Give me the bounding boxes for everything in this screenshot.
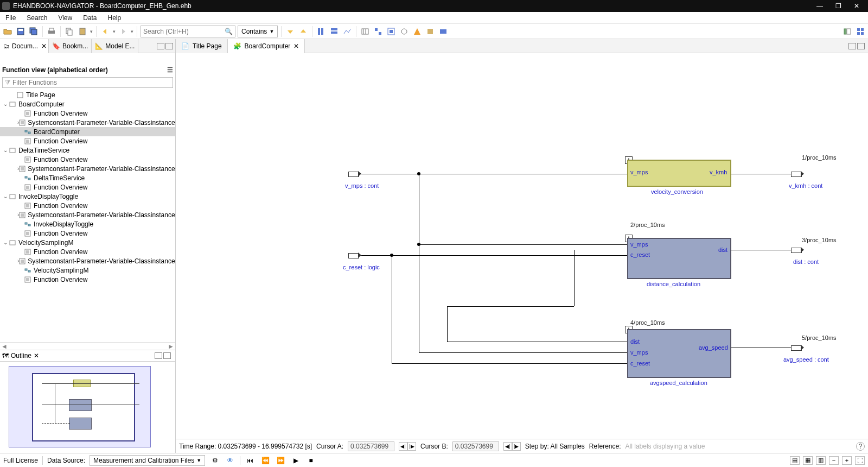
panels-icon[interactable] (855, 26, 866, 37)
step-fwd-icon[interactable]: ⏩ (275, 455, 286, 466)
diagram-canvas[interactable]: v_mps : cont c_reset : logic + (176, 53, 868, 439)
search-mode-combo[interactable]: Contains ▼ (238, 26, 278, 37)
sidebar-toggle-icon[interactable] (842, 26, 853, 37)
close-icon[interactable]: ✕ (41, 42, 47, 50)
tree-node[interactable]: ›Systemconstant-Parameter-Variable-Class… (0, 256, 175, 266)
save-icon[interactable] (15, 26, 26, 37)
zoom-in-button[interactable]: + (842, 456, 852, 465)
filter-box[interactable]: ⧩ (2, 77, 173, 88)
tree-node[interactable]: ⌄InvokeDisplayToggle (0, 192, 175, 201)
maximize-editor-button[interactable] (857, 43, 865, 49)
search-icon[interactable]: 🔍 (225, 28, 233, 35)
tree-node[interactable]: ⌄VelocitySamplingM (0, 238, 175, 247)
tool-c-icon[interactable] (342, 26, 353, 37)
print-icon[interactable] (46, 26, 57, 37)
tree-node[interactable]: VelocitySamplingM (0, 266, 175, 275)
close-icon[interactable]: ✕ (293, 42, 299, 50)
tree-node[interactable]: Function Overview (0, 155, 175, 164)
data-source-combo[interactable]: Measurement and Calibration Files ▼ (90, 455, 205, 466)
tree-node[interactable]: InvokeDisplayToggle (0, 219, 175, 229)
tool-h-icon[interactable] (412, 26, 423, 37)
tool-i-icon[interactable] (425, 26, 436, 37)
copy-icon[interactable] (64, 26, 75, 37)
filter-input[interactable] (12, 79, 170, 86)
saveall-icon[interactable] (28, 26, 39, 37)
layout-b-button[interactable]: ▦ (803, 456, 813, 465)
view-menu-icon[interactable]: ☰ (167, 66, 173, 74)
minimize-view-button[interactable] (157, 43, 164, 49)
maximize-button[interactable]: ❐ (829, 0, 847, 12)
minimize-button[interactable]: — (810, 0, 829, 12)
twisty-icon[interactable]: ⌄ (2, 101, 9, 107)
output-port-v-kmh[interactable] (791, 172, 804, 177)
minimize-editor-button[interactable] (848, 43, 856, 49)
menu-data[interactable]: Data (78, 12, 102, 24)
cursor-b-prev-button[interactable]: ◀| (503, 442, 512, 451)
back-icon[interactable] (100, 26, 111, 37)
step-back-icon[interactable]: ⏪ (260, 455, 271, 466)
arrow-down-icon[interactable] (285, 26, 296, 37)
tool-d-icon[interactable] (360, 26, 371, 37)
cursor-a-prev-button[interactable]: ◀| (399, 442, 407, 451)
tree-node[interactable]: Title Page (0, 90, 175, 99)
skip-start-icon[interactable]: ⏮ (245, 455, 256, 466)
play-icon[interactable]: ▶ (290, 455, 301, 466)
zoom-out-button[interactable]: − (829, 456, 839, 465)
outline-thumbnail[interactable] (9, 366, 151, 447)
tree-node[interactable]: DeltaTimeService (0, 173, 175, 182)
close-window-button[interactable]: ✕ (847, 0, 866, 12)
h-scrollbar[interactable]: ◄► (0, 342, 175, 350)
eye-icon[interactable]: 👁 (225, 455, 235, 466)
tree-node[interactable]: ›Systemconstant-Parameter-Variable-Class… (0, 118, 175, 127)
cursor-b-next-button[interactable]: |▶ (512, 442, 521, 451)
paste-icon[interactable] (77, 26, 88, 37)
tree-node[interactable]: Function Overview (0, 275, 175, 284)
tree-node[interactable]: ›Systemconstant-Parameter-Variable-Class… (0, 210, 175, 219)
sidebar-tab-documentation[interactable]: 🗂 Docum... ✕ (0, 39, 49, 53)
outline-view[interactable] (0, 362, 175, 453)
tool-b-icon[interactable] (329, 26, 340, 37)
tool-g-icon[interactable] (399, 26, 410, 37)
output-port-dist[interactable] (791, 248, 804, 253)
tab-boardcomputer[interactable]: 🧩 BoardComputer ✕ (228, 39, 305, 53)
search-box[interactable]: 🔍 (141, 26, 235, 37)
output-port-avg-speed[interactable] (791, 345, 804, 351)
maximize-view-button[interactable] (165, 43, 173, 49)
tool-a-icon[interactable] (316, 26, 327, 37)
menu-help[interactable]: Help (103, 12, 127, 24)
tree-node[interactable]: ⌄DeltaTimeService (0, 146, 175, 155)
close-icon[interactable]: ✕ (34, 352, 39, 359)
maximize-outline-button[interactable] (163, 352, 171, 359)
tree-node[interactable]: Function Overview (0, 182, 175, 192)
twisty-icon[interactable]: ⌄ (2, 193, 9, 199)
tree-node[interactable]: Function Overview (0, 136, 175, 146)
stop-icon[interactable]: ■ (305, 455, 316, 466)
tree-node[interactable]: Function Overview (0, 201, 175, 210)
function-tree[interactable]: Title Page⌄BoardComputerFunction Overvie… (0, 89, 175, 342)
tree-node[interactable]: Function Overview (0, 109, 175, 118)
input-port-v-mps[interactable] (348, 172, 361, 177)
tree-node[interactable]: BoardComputer (0, 127, 175, 136)
twisty-icon[interactable]: ⌄ (2, 239, 9, 245)
layout-c-button[interactable]: ▥ (816, 456, 826, 465)
cursor-a-value[interactable]: 0.032573699 (348, 441, 394, 451)
menu-view[interactable]: View (53, 12, 78, 24)
gear-icon[interactable]: ⚙ (209, 455, 220, 466)
cursor-a-next-button[interactable]: |▶ (407, 442, 416, 451)
input-port-c-reset[interactable] (348, 253, 361, 258)
layout-a-button[interactable]: ▤ (790, 456, 800, 465)
cursor-b-value[interactable]: 0.032573699 (452, 441, 499, 451)
arrow-up-icon[interactable] (298, 26, 309, 37)
menu-search[interactable]: Search (21, 12, 53, 24)
tree-node[interactable]: ⌄BoardComputer (0, 99, 175, 109)
search-input[interactable] (143, 28, 225, 35)
minimize-outline-button[interactable] (155, 352, 162, 359)
open-icon[interactable] (2, 26, 13, 37)
sidebar-tab-modelexplorer[interactable]: 📐 Model E... (92, 39, 138, 53)
tool-j-icon[interactable] (438, 26, 449, 37)
menu-file[interactable]: File (0, 12, 21, 24)
help-icon[interactable]: ? (856, 442, 865, 451)
tree-node[interactable]: ›Systemconstant-Parameter-Variable-Class… (0, 164, 175, 173)
sidebar-tab-bookmarks[interactable]: 🔖 Bookm... (49, 39, 92, 53)
tree-node[interactable]: Function Overview (0, 247, 175, 256)
